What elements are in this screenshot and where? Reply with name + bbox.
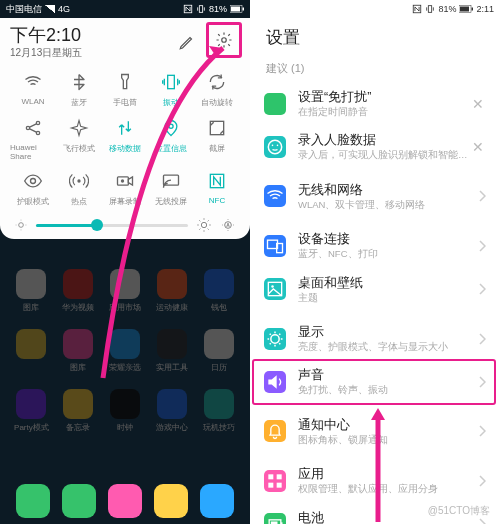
- qs-label: WLAN: [21, 97, 44, 106]
- app-label: 图库: [70, 362, 86, 373]
- app-item[interactable]: 游戏中心: [148, 389, 195, 433]
- wallpaper-icon: [264, 278, 286, 300]
- app-item[interactable]: 运动健康: [148, 269, 195, 313]
- qs-label: 自动旋转: [201, 97, 233, 108]
- svg-point-26: [268, 140, 281, 153]
- app-label: 华为视频: [62, 302, 94, 313]
- qs-nfc[interactable]: NFC: [194, 169, 240, 207]
- settings-tile-wallpaper[interactable]: 桌面和壁纸主题: [250, 268, 500, 311]
- tile-subtitle: 蓝牙、NFC、打印: [298, 248, 478, 259]
- svg-rect-6: [168, 75, 175, 88]
- app-icon: [154, 484, 188, 518]
- qs-wifi[interactable]: WLAN: [10, 70, 56, 108]
- svg-point-32: [271, 286, 274, 289]
- app-item[interactable]: 图库: [55, 329, 102, 373]
- tile-title: 桌面和壁纸: [298, 276, 478, 291]
- tile-title: 通知中心: [298, 418, 478, 433]
- watermark: @51CTO博客: [428, 504, 490, 518]
- qs-screenshot[interactable]: 截屏: [194, 116, 240, 161]
- app-icon: [110, 329, 140, 359]
- suggestion-tile[interactable]: 设置“免打扰”在指定时间静音 ✕: [250, 82, 500, 125]
- settings-tile-apps[interactable]: 应用权限管理、默认应用、应用分身: [250, 459, 500, 502]
- svg-point-7: [26, 126, 29, 129]
- status-bar: 中国电信 4G 81%: [0, 0, 250, 18]
- svg-rect-25: [472, 8, 474, 11]
- tile-subtitle: 在指定时间静音: [298, 106, 470, 117]
- dock-app[interactable]: [108, 484, 142, 518]
- svg-rect-1: [199, 6, 202, 13]
- qs-vibrate[interactable]: 振动: [148, 70, 194, 108]
- suggestion-tile[interactable]: 录入人脸数据录入后，可实现人脸识别解锁和智能显示锁屏通知 ✕: [250, 125, 500, 168]
- app-item[interactable]: [8, 329, 55, 373]
- dismiss-button[interactable]: ✕: [470, 139, 486, 155]
- auto-brightness-icon[interactable]: [220, 217, 236, 233]
- svg-point-28: [277, 145, 279, 147]
- qs-record[interactable]: 屏幕录制: [102, 169, 148, 207]
- tile-title: 无线和网络: [298, 183, 478, 198]
- dismiss-button[interactable]: ✕: [470, 96, 486, 112]
- qs-flashlight[interactable]: 手电筒: [102, 70, 148, 108]
- app-item[interactable]: 图库: [8, 269, 55, 313]
- svg-rect-4: [243, 8, 245, 11]
- app-icon: [108, 484, 142, 518]
- settings-tile-display[interactable]: 显示亮度、护眼模式、字体与显示大小: [250, 317, 500, 360]
- rotate-icon: [205, 70, 229, 94]
- app-item[interactable]: 荣耀亲选: [102, 329, 149, 373]
- settings-button[interactable]: [211, 27, 237, 53]
- app-item[interactable]: 玩机技巧: [195, 389, 242, 433]
- settings-list: 无线和网络WLAN、双卡管理、移动网络 设备连接蓝牙、NFC、打印 桌面和壁纸主…: [250, 175, 500, 524]
- qs-cast[interactable]: 无线投屏: [148, 169, 194, 207]
- qs-rotate[interactable]: 自动旋转: [194, 70, 240, 108]
- app-icon: [16, 389, 46, 419]
- settings-tile-wifi[interactable]: 无线和网络WLAN、双卡管理、移动网络: [250, 175, 500, 218]
- app-item[interactable]: 华为视频: [55, 269, 102, 313]
- edit-button[interactable]: [174, 29, 200, 55]
- battery-label: 81%: [438, 4, 456, 14]
- svg-rect-24: [460, 7, 469, 12]
- airplane-icon: [67, 116, 91, 140]
- battery-icon: [230, 5, 244, 13]
- qs-label: 截屏: [209, 143, 225, 154]
- carrier-label: 中国电信: [6, 3, 42, 16]
- qs-data[interactable]: 移动数据: [102, 116, 148, 161]
- chevron-right-icon: [478, 190, 486, 202]
- qs-label: 热点: [71, 196, 87, 207]
- app-item[interactable]: 钱包: [195, 269, 242, 313]
- app-icon: [16, 329, 46, 359]
- vibrate-icon: [159, 70, 183, 94]
- qs-hotspot[interactable]: 热点: [56, 169, 102, 207]
- display-icon: [264, 328, 286, 350]
- qs-bluetooth[interactable]: 蓝牙: [56, 70, 102, 108]
- app-item[interactable]: 日历: [195, 329, 242, 373]
- app-icon: [157, 389, 187, 419]
- app-item[interactable]: 实用工具: [148, 329, 195, 373]
- tile-subtitle: 图标角标、锁屏通知: [298, 434, 478, 445]
- brightness-slider[interactable]: [36, 224, 188, 227]
- svg-point-27: [272, 145, 274, 147]
- tile-subtitle: 主题: [298, 292, 478, 303]
- qs-location[interactable]: 位置信息: [148, 116, 194, 161]
- qs-label: NFC: [209, 196, 225, 205]
- settings-tile-bell[interactable]: 通知中心图标角标、锁屏通知: [250, 410, 500, 453]
- dock: [0, 484, 250, 518]
- app-item[interactable]: Party模式: [8, 389, 55, 433]
- app-icon: [200, 484, 234, 518]
- app-item[interactable]: 时钟: [102, 389, 149, 433]
- app-icon: [110, 389, 140, 419]
- qs-eye[interactable]: 护眼模式: [10, 169, 56, 207]
- dock-app[interactable]: [200, 484, 234, 518]
- qs-airplane[interactable]: 飞行模式: [56, 116, 102, 161]
- dock-app[interactable]: [62, 484, 96, 518]
- svg-point-10: [169, 124, 173, 128]
- app-icon: [204, 269, 234, 299]
- settings-tile-devices[interactable]: 设备连接蓝牙、NFC、打印: [250, 224, 500, 267]
- dock-app[interactable]: [16, 484, 50, 518]
- app-icon: [16, 484, 50, 518]
- app-item[interactable]: 备忘录: [55, 389, 102, 433]
- app-item[interactable]: 应用市场: [102, 269, 149, 313]
- page-title: 设置: [250, 18, 500, 61]
- qs-share[interactable]: Huawei Share: [10, 116, 56, 161]
- dock-app[interactable]: [154, 484, 188, 518]
- qs-label: 护眼模式: [17, 196, 49, 207]
- sun-low-icon: [14, 218, 28, 232]
